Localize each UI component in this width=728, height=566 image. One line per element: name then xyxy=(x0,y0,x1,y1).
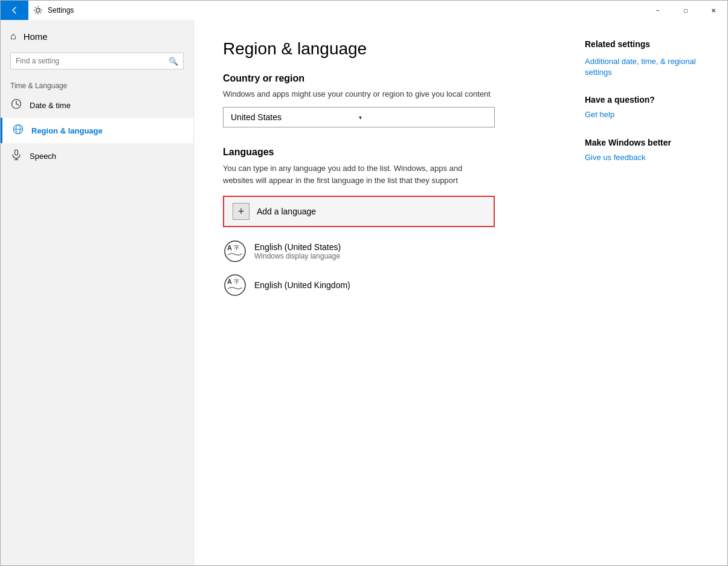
country-description: Windows and apps might use your country … xyxy=(223,89,541,100)
svg-rect-7 xyxy=(15,150,18,155)
additional-settings-link[interactable]: Additional date, time, & regional settin… xyxy=(585,56,713,78)
country-dropdown-chevron: ▾ xyxy=(359,114,487,121)
speech-label: Speech xyxy=(30,152,56,161)
page-title: Region & language xyxy=(223,39,541,59)
back-arrow-icon xyxy=(11,7,18,14)
language-item-en-gb[interactable]: A 字 English (United Kingdom) xyxy=(223,268,495,302)
microphone-icon xyxy=(10,149,22,162)
window-title: Settings xyxy=(45,6,644,14)
minimize-button[interactable]: − xyxy=(644,1,672,20)
svg-text:A: A xyxy=(227,244,232,251)
make-windows-better-section: Make Windows better Give us feedback xyxy=(585,138,713,163)
languages-description: You can type in any language you add to … xyxy=(223,162,483,186)
svg-point-0 xyxy=(36,8,40,12)
plus-icon: + xyxy=(233,203,250,220)
close-button[interactable]: ✕ xyxy=(700,1,727,20)
country-select[interactable]: United States ▾ xyxy=(223,107,495,127)
sidebar-section-label: Time & Language xyxy=(1,74,193,92)
give-feedback-link[interactable]: Give us feedback xyxy=(585,152,713,163)
sidebar-item-home[interactable]: ⌂ Home xyxy=(1,25,193,48)
add-language-button[interactable]: + Add a language xyxy=(223,196,495,227)
sidebar-item-speech[interactable]: Speech xyxy=(1,143,193,169)
right-panel: Related settings Additional date, time, … xyxy=(570,20,727,565)
sidebar-item-region-language[interactable]: Region & language xyxy=(1,118,193,143)
home-icon: ⌂ xyxy=(10,31,16,42)
settings-app-icon xyxy=(33,5,43,15)
language-name-en-gb: English (United Kingdom) xyxy=(254,280,495,290)
language-icon-en-us: A 字 xyxy=(223,239,247,263)
sidebar: ⌂ Home 🔍 Time & Language Date & time xyxy=(1,20,194,565)
country-selected-value: United States xyxy=(231,112,359,122)
content-area: Region & language Country or region Wind… xyxy=(194,20,570,565)
search-box[interactable]: 🔍 xyxy=(10,53,184,69)
svg-line-3 xyxy=(16,104,19,105)
language-item-en-us[interactable]: A 字 English (United States) Windows disp… xyxy=(223,234,495,268)
sidebar-item-date-time[interactable]: Date & time xyxy=(1,92,193,118)
language-info-en-gb: English (United Kingdom) xyxy=(254,280,495,290)
region-language-label: Region & language xyxy=(31,126,103,135)
svg-text:A: A xyxy=(227,278,232,285)
back-button[interactable] xyxy=(1,1,28,20)
language-info-en-us: English (United States) Windows display … xyxy=(254,242,495,260)
have-a-question-title: Have a question? xyxy=(585,95,713,105)
window-controls: − □ ✕ xyxy=(644,1,727,20)
languages-section: Languages You can type in any language y… xyxy=(223,147,541,302)
search-input[interactable] xyxy=(11,53,164,69)
country-section-title: Country or region xyxy=(223,73,541,84)
clock-icon xyxy=(10,98,22,112)
get-help-link[interactable]: Get help xyxy=(585,109,713,120)
related-settings-title: Related settings xyxy=(585,39,713,49)
svg-text:字: 字 xyxy=(234,245,239,251)
languages-section-title: Languages xyxy=(223,147,541,158)
add-language-label: Add a language xyxy=(257,207,316,216)
make-windows-better-title: Make Windows better xyxy=(585,138,713,147)
home-label: Home xyxy=(24,31,48,42)
have-a-question-section: Have a question? Get help xyxy=(585,95,713,120)
language-icon-en-gb: A 字 xyxy=(223,273,247,297)
svg-text:字: 字 xyxy=(234,278,239,285)
language-sub-en-us: Windows display language xyxy=(254,252,495,260)
search-button[interactable]: 🔍 xyxy=(164,54,183,68)
titlebar: Settings − □ ✕ xyxy=(1,1,727,20)
region-icon xyxy=(12,124,24,137)
main-layout: ⌂ Home 🔍 Time & Language Date & time xyxy=(1,20,727,565)
date-time-label: Date & time xyxy=(30,101,71,110)
maximize-button[interactable]: □ xyxy=(672,1,700,20)
language-name-en-us: English (United States) xyxy=(254,242,495,252)
